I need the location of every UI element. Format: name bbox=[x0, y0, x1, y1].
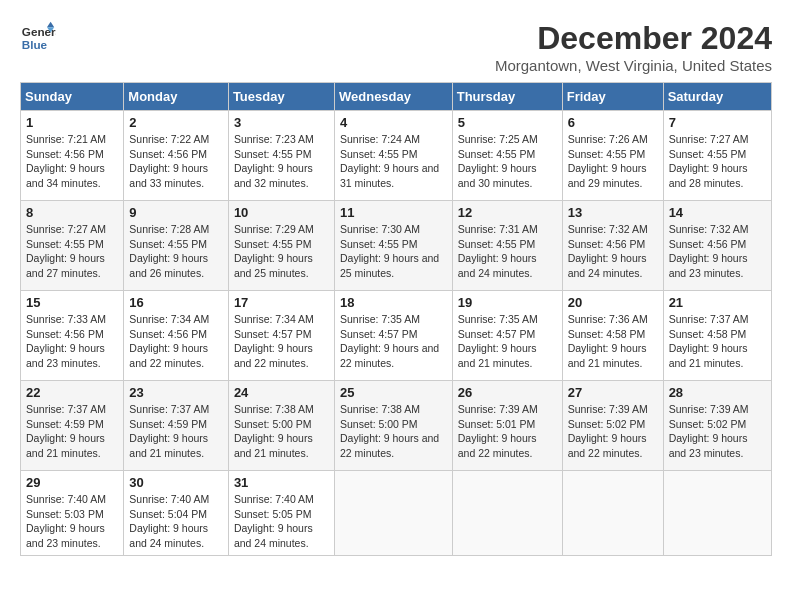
day-number: 2 bbox=[129, 115, 223, 130]
day-number: 16 bbox=[129, 295, 223, 310]
day-number: 23 bbox=[129, 385, 223, 400]
day-info: Sunrise: 7:27 AMSunset: 4:55 PMDaylight:… bbox=[669, 133, 749, 189]
day-number: 10 bbox=[234, 205, 329, 220]
day-info: Sunrise: 7:34 AMSunset: 4:56 PMDaylight:… bbox=[129, 313, 209, 369]
day-info: Sunrise: 7:35 AMSunset: 4:57 PMDaylight:… bbox=[340, 313, 439, 369]
day-number: 4 bbox=[340, 115, 447, 130]
day-number: 1 bbox=[26, 115, 118, 130]
calendar-cell: 23 Sunrise: 7:37 AMSunset: 4:59 PMDaylig… bbox=[124, 381, 229, 471]
calendar-cell: 4 Sunrise: 7:24 AMSunset: 4:55 PMDayligh… bbox=[334, 111, 452, 201]
day-info: Sunrise: 7:40 AMSunset: 5:04 PMDaylight:… bbox=[129, 493, 209, 549]
day-info: Sunrise: 7:21 AMSunset: 4:56 PMDaylight:… bbox=[26, 133, 106, 189]
calendar-week-2: 8 Sunrise: 7:27 AMSunset: 4:55 PMDayligh… bbox=[21, 201, 772, 291]
calendar-cell: 11 Sunrise: 7:30 AMSunset: 4:55 PMDaylig… bbox=[334, 201, 452, 291]
calendar-cell bbox=[562, 471, 663, 556]
calendar-cell: 25 Sunrise: 7:38 AMSunset: 5:00 PMDaylig… bbox=[334, 381, 452, 471]
day-info: Sunrise: 7:39 AMSunset: 5:02 PMDaylight:… bbox=[669, 403, 749, 459]
day-number: 27 bbox=[568, 385, 658, 400]
calendar-cell bbox=[334, 471, 452, 556]
calendar-cell: 7 Sunrise: 7:27 AMSunset: 4:55 PMDayligh… bbox=[663, 111, 771, 201]
day-number: 20 bbox=[568, 295, 658, 310]
day-number: 17 bbox=[234, 295, 329, 310]
calendar-cell: 2 Sunrise: 7:22 AMSunset: 4:56 PMDayligh… bbox=[124, 111, 229, 201]
day-info: Sunrise: 7:28 AMSunset: 4:55 PMDaylight:… bbox=[129, 223, 209, 279]
calendar-cell: 30 Sunrise: 7:40 AMSunset: 5:04 PMDaylig… bbox=[124, 471, 229, 556]
day-info: Sunrise: 7:40 AMSunset: 5:03 PMDaylight:… bbox=[26, 493, 106, 549]
calendar-cell: 14 Sunrise: 7:32 AMSunset: 4:56 PMDaylig… bbox=[663, 201, 771, 291]
month-title: December 2024 bbox=[495, 20, 772, 57]
day-number: 25 bbox=[340, 385, 447, 400]
calendar-week-1: 1 Sunrise: 7:21 AMSunset: 4:56 PMDayligh… bbox=[21, 111, 772, 201]
calendar-cell: 6 Sunrise: 7:26 AMSunset: 4:55 PMDayligh… bbox=[562, 111, 663, 201]
day-info: Sunrise: 7:39 AMSunset: 5:02 PMDaylight:… bbox=[568, 403, 648, 459]
calendar-cell: 12 Sunrise: 7:31 AMSunset: 4:55 PMDaylig… bbox=[452, 201, 562, 291]
calendar-cell: 8 Sunrise: 7:27 AMSunset: 4:55 PMDayligh… bbox=[21, 201, 124, 291]
calendar-cell: 31 Sunrise: 7:40 AMSunset: 5:05 PMDaylig… bbox=[228, 471, 334, 556]
day-number: 9 bbox=[129, 205, 223, 220]
day-info: Sunrise: 7:35 AMSunset: 4:57 PMDaylight:… bbox=[458, 313, 538, 369]
calendar-cell: 17 Sunrise: 7:34 AMSunset: 4:57 PMDaylig… bbox=[228, 291, 334, 381]
calendar-cell bbox=[663, 471, 771, 556]
svg-text:Blue: Blue bbox=[22, 38, 48, 51]
calendar-cell: 9 Sunrise: 7:28 AMSunset: 4:55 PMDayligh… bbox=[124, 201, 229, 291]
calendar-cell: 3 Sunrise: 7:23 AMSunset: 4:55 PMDayligh… bbox=[228, 111, 334, 201]
title-area: December 2024 Morgantown, West Virginia,… bbox=[495, 20, 772, 74]
day-info: Sunrise: 7:24 AMSunset: 4:55 PMDaylight:… bbox=[340, 133, 439, 189]
calendar-cell: 21 Sunrise: 7:37 AMSunset: 4:58 PMDaylig… bbox=[663, 291, 771, 381]
day-info: Sunrise: 7:37 AMSunset: 4:58 PMDaylight:… bbox=[669, 313, 749, 369]
calendar-week-5: 29 Sunrise: 7:40 AMSunset: 5:03 PMDaylig… bbox=[21, 471, 772, 556]
day-number: 24 bbox=[234, 385, 329, 400]
calendar-header-row: SundayMondayTuesdayWednesdayThursdayFrid… bbox=[21, 83, 772, 111]
day-info: Sunrise: 7:40 AMSunset: 5:05 PMDaylight:… bbox=[234, 493, 314, 549]
calendar-table: SundayMondayTuesdayWednesdayThursdayFrid… bbox=[20, 82, 772, 556]
day-number: 13 bbox=[568, 205, 658, 220]
day-number: 3 bbox=[234, 115, 329, 130]
day-number: 15 bbox=[26, 295, 118, 310]
header-sunday: Sunday bbox=[21, 83, 124, 111]
day-number: 18 bbox=[340, 295, 447, 310]
day-number: 30 bbox=[129, 475, 223, 490]
day-info: Sunrise: 7:37 AMSunset: 4:59 PMDaylight:… bbox=[26, 403, 106, 459]
day-number: 11 bbox=[340, 205, 447, 220]
day-info: Sunrise: 7:25 AMSunset: 4:55 PMDaylight:… bbox=[458, 133, 538, 189]
header-friday: Friday bbox=[562, 83, 663, 111]
calendar-cell bbox=[452, 471, 562, 556]
calendar-cell: 15 Sunrise: 7:33 AMSunset: 4:56 PMDaylig… bbox=[21, 291, 124, 381]
day-info: Sunrise: 7:39 AMSunset: 5:01 PMDaylight:… bbox=[458, 403, 538, 459]
calendar-cell: 22 Sunrise: 7:37 AMSunset: 4:59 PMDaylig… bbox=[21, 381, 124, 471]
calendar-cell: 10 Sunrise: 7:29 AMSunset: 4:55 PMDaylig… bbox=[228, 201, 334, 291]
header-monday: Monday bbox=[124, 83, 229, 111]
day-info: Sunrise: 7:38 AMSunset: 5:00 PMDaylight:… bbox=[340, 403, 439, 459]
day-info: Sunrise: 7:30 AMSunset: 4:55 PMDaylight:… bbox=[340, 223, 439, 279]
calendar-cell: 19 Sunrise: 7:35 AMSunset: 4:57 PMDaylig… bbox=[452, 291, 562, 381]
calendar-cell: 5 Sunrise: 7:25 AMSunset: 4:55 PMDayligh… bbox=[452, 111, 562, 201]
day-info: Sunrise: 7:36 AMSunset: 4:58 PMDaylight:… bbox=[568, 313, 648, 369]
day-number: 19 bbox=[458, 295, 557, 310]
day-number: 26 bbox=[458, 385, 557, 400]
day-info: Sunrise: 7:34 AMSunset: 4:57 PMDaylight:… bbox=[234, 313, 314, 369]
day-info: Sunrise: 7:26 AMSunset: 4:55 PMDaylight:… bbox=[568, 133, 648, 189]
calendar-cell: 20 Sunrise: 7:36 AMSunset: 4:58 PMDaylig… bbox=[562, 291, 663, 381]
day-info: Sunrise: 7:23 AMSunset: 4:55 PMDaylight:… bbox=[234, 133, 314, 189]
header-wednesday: Wednesday bbox=[334, 83, 452, 111]
day-info: Sunrise: 7:29 AMSunset: 4:55 PMDaylight:… bbox=[234, 223, 314, 279]
day-number: 6 bbox=[568, 115, 658, 130]
logo-icon: General Blue bbox=[20, 20, 56, 56]
day-number: 5 bbox=[458, 115, 557, 130]
day-info: Sunrise: 7:31 AMSunset: 4:55 PMDaylight:… bbox=[458, 223, 538, 279]
calendar-cell: 26 Sunrise: 7:39 AMSunset: 5:01 PMDaylig… bbox=[452, 381, 562, 471]
day-info: Sunrise: 7:37 AMSunset: 4:59 PMDaylight:… bbox=[129, 403, 209, 459]
day-info: Sunrise: 7:32 AMSunset: 4:56 PMDaylight:… bbox=[568, 223, 648, 279]
day-number: 21 bbox=[669, 295, 766, 310]
day-info: Sunrise: 7:38 AMSunset: 5:00 PMDaylight:… bbox=[234, 403, 314, 459]
calendar-cell: 16 Sunrise: 7:34 AMSunset: 4:56 PMDaylig… bbox=[124, 291, 229, 381]
calendar-cell: 27 Sunrise: 7:39 AMSunset: 5:02 PMDaylig… bbox=[562, 381, 663, 471]
day-number: 31 bbox=[234, 475, 329, 490]
day-number: 7 bbox=[669, 115, 766, 130]
day-number: 12 bbox=[458, 205, 557, 220]
day-info: Sunrise: 7:22 AMSunset: 4:56 PMDaylight:… bbox=[129, 133, 209, 189]
header-tuesday: Tuesday bbox=[228, 83, 334, 111]
header-thursday: Thursday bbox=[452, 83, 562, 111]
day-number: 8 bbox=[26, 205, 118, 220]
calendar-cell: 29 Sunrise: 7:40 AMSunset: 5:03 PMDaylig… bbox=[21, 471, 124, 556]
